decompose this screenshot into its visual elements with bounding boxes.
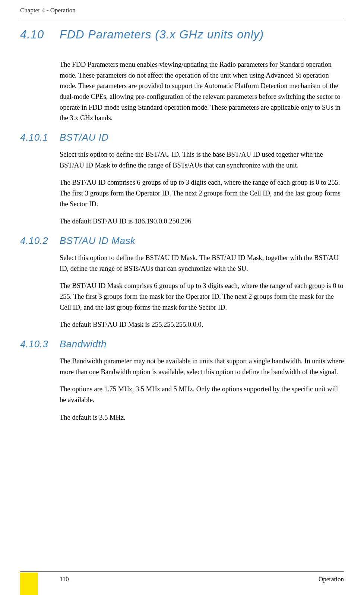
body-paragraph: The Bandwidth parameter may not be avail… [60, 356, 344, 377]
body-paragraph: The default is 3.5 MHz. [60, 412, 344, 423]
body-paragraph: Select this option to define the BST/AU … [60, 253, 344, 274]
page-number: 110 [60, 576, 69, 583]
body-paragraph: The options are 1.75 MHz, 3.5 MHz and 5 … [60, 384, 344, 405]
subsection-heading: 4.10.1BST/AU ID [20, 132, 344, 143]
subsection-title: Bandwidth [60, 338, 107, 350]
subsection-title: BST/AU ID [60, 132, 109, 143]
subsection-title: BST/AU ID Mask [60, 235, 135, 246]
subsection-number: 4.10.2 [20, 235, 60, 247]
page-header: Chapter 4 - Operation [20, 7, 344, 18]
subsection-number: 4.10.3 [20, 338, 60, 350]
chapter-label: Chapter 4 - Operation [20, 7, 76, 14]
body-paragraph: Select this option to define the BST/AU … [60, 149, 344, 170]
yellow-tab-decoration [20, 573, 38, 595]
body-paragraph: The BST/AU ID comprises 6 groups of up t… [60, 177, 344, 209]
page-footer: 110 Operation [20, 571, 344, 583]
footer-label: Operation [319, 576, 344, 583]
subsection-number: 4.10.1 [20, 132, 60, 143]
main-section-title: FDD Parameters (3.x GHz units only) [60, 28, 264, 41]
subsection-heading: 4.10.3Bandwidth [20, 338, 344, 350]
main-intro-paragraph: The FDD Parameters menu enables viewing/… [60, 59, 344, 123]
main-section-heading: 4.10FDD Parameters (3.x GHz units only) [20, 28, 344, 41]
body-paragraph: The BST/AU ID Mask comprises 6 groups of… [60, 281, 344, 313]
subsection-heading: 4.10.2BST/AU ID Mask [20, 235, 344, 247]
content-area: 4.10FDD Parameters (3.x GHz units only) … [20, 28, 344, 429]
body-paragraph: The default BST/AU ID Mask is 255.255.25… [60, 319, 344, 330]
body-paragraph: The default BST/AU ID is 186.190.0.0.250… [60, 216, 344, 227]
footer-inner: 110 Operation [20, 576, 344, 583]
main-section-number: 4.10 [20, 28, 60, 41]
